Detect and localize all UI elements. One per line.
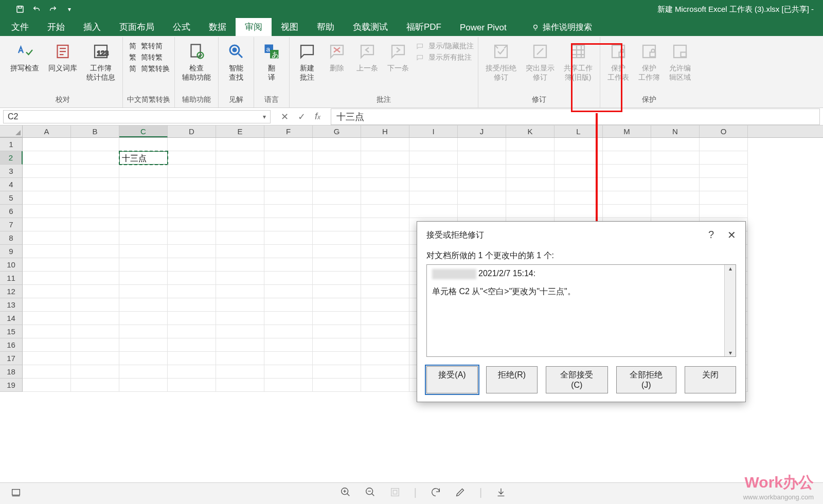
cell[interactable] (216, 191, 264, 205)
cell[interactable] (23, 258, 71, 272)
cell[interactable] (23, 338, 71, 352)
cell[interactable] (216, 231, 264, 245)
cell[interactable] (361, 138, 409, 151)
tab-foxit[interactable]: 福昕PDF (397, 18, 451, 36)
cell[interactable] (71, 151, 119, 165)
column-header[interactable]: H (361, 125, 409, 137)
cell[interactable] (458, 191, 506, 205)
cell[interactable] (216, 272, 264, 285)
thesaurus-button[interactable]: 同义词库 (45, 39, 80, 75)
cell[interactable] (119, 178, 168, 191)
accept-button[interactable]: 接受(A) (426, 366, 478, 393)
row-header[interactable]: 19 (0, 379, 23, 392)
cell[interactable] (23, 218, 71, 231)
column-header[interactable]: E (216, 125, 264, 137)
cell[interactable] (361, 178, 409, 191)
cell[interactable] (264, 138, 313, 151)
cell[interactable] (506, 178, 554, 191)
cell[interactable] (264, 258, 313, 272)
cell[interactable] (264, 151, 313, 165)
cell[interactable] (71, 178, 119, 191)
cell[interactable] (409, 191, 458, 205)
cell[interactable] (168, 285, 216, 298)
cell[interactable] (216, 338, 264, 352)
zoom-out-icon[interactable] (365, 487, 376, 500)
cell[interactable] (23, 165, 71, 178)
cell[interactable] (23, 191, 71, 205)
translate-button[interactable]: aあ 翻 译 (258, 39, 285, 84)
cell[interactable] (119, 298, 168, 312)
row-header[interactable]: 7 (0, 218, 23, 231)
cell[interactable] (23, 312, 71, 325)
cell[interactable] (313, 352, 361, 365)
scroll-up-icon[interactable]: ▴ (729, 265, 732, 272)
row-header[interactable]: 9 (0, 245, 23, 258)
cell[interactable] (168, 151, 216, 165)
cell[interactable] (651, 138, 700, 151)
save-icon[interactable] (15, 5, 25, 14)
refresh-icon[interactable] (430, 487, 441, 500)
column-header[interactable]: C (119, 125, 168, 137)
cell[interactable] (313, 178, 361, 191)
cell[interactable] (264, 165, 313, 178)
tab-formulas[interactable]: 公式 (164, 18, 200, 36)
column-header[interactable]: J (458, 125, 506, 137)
cell[interactable] (264, 245, 313, 258)
zoom-in-icon[interactable] (340, 487, 351, 500)
cell[interactable] (168, 298, 216, 312)
cell[interactable] (264, 325, 313, 338)
cancel-icon[interactable]: ✕ (281, 111, 289, 122)
dialog-help-icon[interactable]: ? (708, 229, 714, 241)
delete-comment-button[interactable]: 删除 (324, 39, 350, 75)
new-comment-button[interactable]: 新建 批注 (294, 39, 320, 84)
cell[interactable] (168, 191, 216, 205)
cell[interactable] (313, 298, 361, 312)
simp-to-trad-button[interactable]: 繁简转繁 (128, 52, 170, 63)
cell[interactable] (554, 205, 603, 218)
cell[interactable] (168, 245, 216, 258)
highlight-changes-button[interactable]: 突出显示 修订 (523, 39, 558, 84)
cell[interactable] (603, 178, 651, 191)
edit-icon[interactable] (455, 487, 466, 500)
cell[interactable] (313, 165, 361, 178)
cell[interactable] (506, 151, 554, 165)
cell[interactable] (554, 191, 603, 205)
cell[interactable] (119, 138, 168, 151)
tab-insert[interactable]: 插入 (74, 18, 110, 36)
cell[interactable] (603, 205, 651, 218)
cell[interactable] (71, 352, 119, 365)
cell[interactable] (168, 258, 216, 272)
tell-me-search[interactable]: 操作说明搜索 (526, 19, 597, 36)
cell[interactable] (313, 379, 361, 392)
cell[interactable] (700, 165, 748, 178)
fit-icon[interactable] (389, 487, 401, 500)
cell[interactable] (264, 205, 313, 218)
show-hide-comment-button[interactable]: 显示/隐藏批注 (415, 41, 474, 51)
cell[interactable] (216, 258, 264, 272)
cell[interactable] (313, 338, 361, 352)
cell[interactable] (361, 151, 409, 165)
cell[interactable] (458, 165, 506, 178)
cell[interactable] (71, 285, 119, 298)
cell[interactable] (71, 218, 119, 231)
column-header[interactable]: B (71, 125, 119, 137)
row-header[interactable]: 12 (0, 285, 23, 298)
dialog-scrollbar[interactable]: ▴▾ (724, 265, 736, 356)
cell[interactable] (361, 325, 409, 338)
cell[interactable] (119, 272, 168, 285)
row-header[interactable]: 10 (0, 258, 23, 272)
cell[interactable] (554, 138, 603, 151)
share-workbook-button[interactable]: 共享工作 簿(旧版) (561, 39, 596, 84)
cell[interactable] (23, 178, 71, 191)
cell[interactable] (361, 338, 409, 352)
cell[interactable] (71, 138, 119, 151)
column-header[interactable]: K (506, 125, 554, 137)
cell[interactable] (119, 245, 168, 258)
cell[interactable] (506, 191, 554, 205)
cell[interactable] (71, 165, 119, 178)
cell[interactable] (409, 178, 458, 191)
cell[interactable] (361, 191, 409, 205)
cell[interactable] (603, 151, 651, 165)
cell[interactable] (23, 379, 71, 392)
cell[interactable] (313, 231, 361, 245)
